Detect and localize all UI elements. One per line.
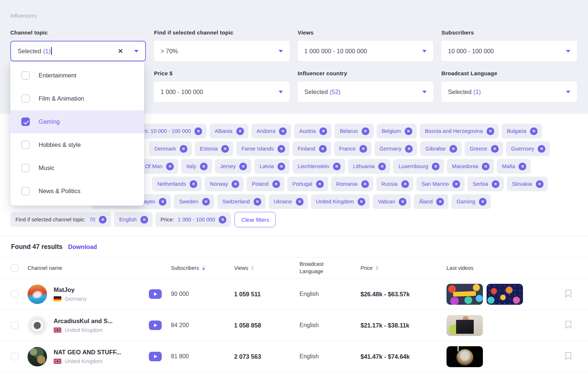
price-select[interactable]: 1 000 - 100 000 <box>154 82 290 102</box>
sort-icon <box>251 266 254 271</box>
remove-chip-icon[interactable]: ✕ <box>159 198 166 206</box>
remove-chip-icon[interactable]: ✕ <box>378 163 386 170</box>
header-views-sort[interactable]: Views <box>234 265 300 271</box>
find-topic-label: Find if selected channel topic <box>154 29 290 36</box>
remove-chip-icon[interactable]: ✕ <box>401 180 409 188</box>
language-select[interactable]: Selected (1) <box>441 82 577 102</box>
video-thumbnail-amongus[interactable] <box>487 284 523 305</box>
remove-chip-icon[interactable]: ✕ <box>452 180 460 188</box>
chevron-down-icon[interactable] <box>422 91 427 93</box>
youtube-play-button[interactable] <box>149 321 162 330</box>
bookmark-icon[interactable] <box>565 352 572 362</box>
remove-chip-icon[interactable]: ✕ <box>277 145 285 153</box>
remove-chip-icon[interactable]: ✕ <box>232 180 239 188</box>
chip-label: Latvia <box>259 163 274 169</box>
filter-row-1: Channel topic Selected (1) ✕ Find if sel… <box>10 29 577 61</box>
remove-chip-icon[interactable]: ✕ <box>166 163 174 170</box>
chevron-down-icon[interactable] <box>134 50 139 53</box>
youtube-play-button[interactable] <box>149 289 162 299</box>
topic-option-music[interactable]: Music <box>10 156 144 180</box>
remove-chip-icon[interactable]: ✕ <box>405 145 413 153</box>
filter-chip-70: Find if selected channel topic: 70✕ <box>10 212 111 227</box>
subscribers-value: 10 000 - 100 000 <box>448 48 494 55</box>
remove-chip-icon[interactable]: ✕ <box>436 198 444 206</box>
row-checkbox[interactable] <box>11 353 18 360</box>
remove-chip-icon[interactable]: ✕ <box>449 145 457 153</box>
chip-label: Romania <box>336 181 358 187</box>
chevron-down-icon[interactable] <box>566 50 570 53</box>
remove-chip-icon[interactable]: ✕ <box>99 216 107 224</box>
subscribers-select[interactable]: 10 000 - 100 000 <box>441 41 577 61</box>
remove-chip-icon[interactable]: ✕ <box>487 127 494 135</box>
remove-chip-icon[interactable]: ✕ <box>272 180 280 188</box>
topic-option-gaming[interactable]: Gaming <box>10 110 144 133</box>
chip-label: Poland <box>252 181 268 187</box>
header-price-sort[interactable]: Price <box>361 265 447 271</box>
video-thumbnail-pacman[interactable] <box>447 284 483 305</box>
row-checkbox[interactable] <box>11 290 18 298</box>
remove-chip-icon[interactable]: ✕ <box>538 145 545 153</box>
row-checkbox[interactable] <box>11 322 18 329</box>
remove-chip-icon[interactable]: ✕ <box>190 180 197 188</box>
remove-chip-icon[interactable]: ✕ <box>221 145 229 153</box>
chip-label: Serbia <box>473 181 488 187</box>
remove-chip-icon[interactable]: ✕ <box>519 163 526 170</box>
topic-option-news-politics[interactable]: News & Politics <box>10 180 144 203</box>
header-subscribers-sort[interactable]: Subscribers <box>171 265 234 271</box>
remove-chip-icon[interactable]: ✕ <box>536 180 544 188</box>
remove-chip-icon[interactable]: ✕ <box>316 180 324 188</box>
remove-chip-icon[interactable]: ✕ <box>530 127 538 135</box>
download-link[interactable]: Download <box>68 243 97 250</box>
filter-chip-english: English✕ <box>114 212 153 227</box>
filter-chip-netherlands: Netherlands✕ <box>152 177 202 191</box>
remove-chip-icon[interactable]: ✕ <box>405 127 412 135</box>
remove-chip-icon[interactable]: ✕ <box>140 216 148 224</box>
remove-chip-icon[interactable]: ✕ <box>219 216 226 224</box>
topic-option-film-animation[interactable]: Film & Animation <box>10 87 144 110</box>
remove-chip-icon[interactable]: ✕ <box>202 198 210 206</box>
chevron-down-icon[interactable] <box>566 91 570 93</box>
views-select[interactable]: 1 000 000 - 10 000 000 <box>298 41 433 61</box>
select-all-checkbox[interactable] <box>11 264 18 272</box>
remove-chip-icon[interactable]: ✕ <box>239 163 247 170</box>
remove-chip-icon[interactable]: ✕ <box>362 127 369 135</box>
remove-chip-icon[interactable]: ✕ <box>200 163 208 170</box>
remove-chip-icon[interactable]: ✕ <box>319 127 327 135</box>
chevron-down-icon[interactable] <box>279 50 283 53</box>
remove-chip-icon[interactable]: ✕ <box>482 163 490 170</box>
video-thumbnail-fisheye[interactable] <box>447 346 483 367</box>
remove-chip-icon[interactable]: ✕ <box>492 180 499 188</box>
topic-option-hobbies-style[interactable]: Hobbies & style <box>10 133 144 156</box>
remove-chip-icon[interactable]: ✕ <box>333 163 341 170</box>
remove-chip-icon[interactable]: ✕ <box>180 145 187 153</box>
remove-chip-icon[interactable]: ✕ <box>361 180 369 188</box>
chevron-down-icon[interactable] <box>279 91 283 93</box>
remove-chip-icon[interactable]: ✕ <box>358 198 365 206</box>
topic-option-entertainment[interactable]: Entertainment <box>10 64 144 87</box>
remove-chip-icon[interactable]: ✕ <box>254 198 261 206</box>
remove-chip-icon[interactable]: ✕ <box>279 127 287 135</box>
clear-filters-button[interactable]: Clear filters <box>234 212 276 227</box>
remove-chip-icon[interactable]: ✕ <box>399 198 406 206</box>
video-thumbnail-unboxing[interactable] <box>447 315 483 336</box>
remove-chip-icon[interactable]: ✕ <box>432 163 440 170</box>
channel-topic-input[interactable]: Selected (1) ✕ <box>10 41 146 61</box>
clear-icon[interactable]: ✕ <box>118 47 123 55</box>
remove-chip-icon[interactable]: ✕ <box>296 198 304 206</box>
remove-chip-icon[interactable]: ✕ <box>479 198 487 206</box>
bookmark-icon[interactable] <box>565 289 572 299</box>
channel-name: MatJoy <box>54 286 87 293</box>
remove-chip-icon[interactable]: ✕ <box>491 145 499 153</box>
youtube-play-button[interactable] <box>149 352 162 361</box>
country-select[interactable]: Selected (52) <box>298 82 433 102</box>
chip-label: Belgium <box>382 128 401 134</box>
remove-chip-icon[interactable]: ✕ <box>277 163 285 170</box>
remove-chip-icon[interactable]: ✕ <box>194 127 202 135</box>
remove-chip-icon[interactable]: ✕ <box>359 145 367 153</box>
remove-chip-icon[interactable]: ✕ <box>236 127 244 135</box>
find-topic-select[interactable]: > 70% <box>154 41 290 61</box>
filter-chip-russia: Russia✕ <box>376 177 413 191</box>
chevron-down-icon[interactable] <box>422 50 427 53</box>
bookmark-icon[interactable] <box>565 321 572 330</box>
remove-chip-icon[interactable]: ✕ <box>319 145 327 153</box>
